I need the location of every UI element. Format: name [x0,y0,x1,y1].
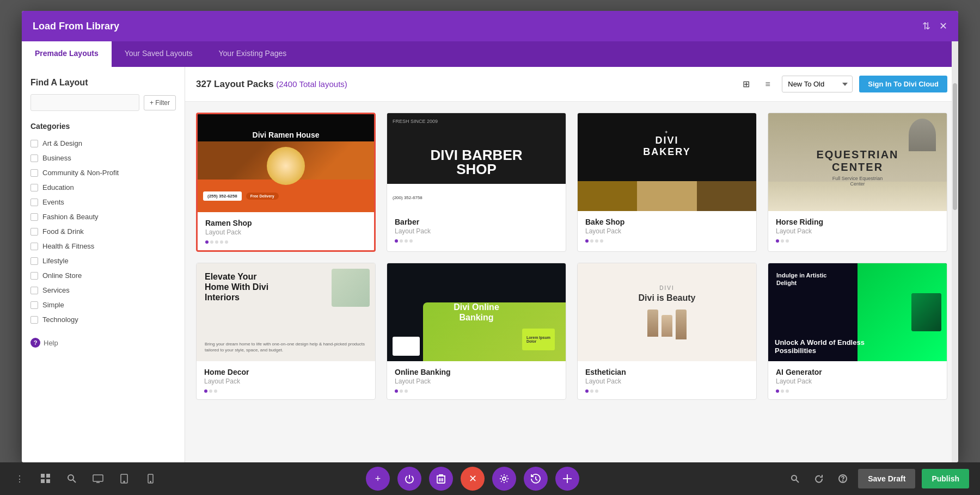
category-checkbox[interactable] [30,184,38,191]
ramen-thumbnail: Divi Ramen House (255) 352-6258 Free Del… [198,114,374,212]
layout-button[interactable] [555,467,579,491]
layout-card-ai[interactable]: Indulge in ArtisticDelight Unlock A Worl… [768,263,947,400]
category-checkbox[interactable] [30,257,38,265]
content-toolbar: 327 Layout Packs (2400 Total layouts) ⊞ … [185,67,958,102]
category-item-community[interactable]: Community & Non-Profit [30,165,176,180]
svg-point-25 [843,481,843,481]
close-icon[interactable]: ✕ [939,20,947,32]
modal-header: Load From Library ⇅ ✕ [22,11,958,41]
category-checkbox[interactable] [30,316,38,324]
sidebar: Find A Layout + Filter Categories Art & … [22,67,185,462]
categories-list: Art & Design Business Community & Non-Pr… [30,136,176,327]
modal-scrollbar[interactable] [952,67,958,462]
category-checkbox[interactable] [30,140,38,147]
category-item-food[interactable]: Food & Drink [30,224,176,239]
svg-rect-2 [41,479,45,483]
category-item-lifestyle[interactable]: Lifestyle [30,253,176,268]
category-checkbox[interactable] [30,199,38,206]
category-checkbox[interactable] [30,287,38,294]
category-checkbox[interactable] [30,243,38,250]
category-label: Simple [42,301,64,309]
category-checkbox[interactable] [30,228,38,236]
desktop-icon[interactable] [89,470,107,487]
banking-thumbnail: Divi OnlineBanking Lorem IpsumDolor [387,263,566,361]
layout-card-barber[interactable]: FRESH SINCE 2009 DIVI BARBERSHOP (200) 3… [387,113,566,252]
category-item-simple[interactable]: Simple [30,298,176,312]
card-name: Esthetician [585,368,749,376]
barber-thumbnail: FRESH SINCE 2009 DIVI BARBERSHOP (200) 3… [387,113,566,211]
layout-card-banking[interactable]: Divi OnlineBanking Lorem IpsumDolor Onli… [387,263,566,400]
settings-button[interactable] [492,467,516,491]
publish-button[interactable]: Publish [922,469,969,488]
category-item-technology[interactable]: Technology [30,312,176,327]
search-right-icon[interactable] [786,470,804,487]
category-checkbox[interactable] [30,301,38,309]
card-dots [204,389,367,393]
bakery-thumbnail: ✦ DIVIBAKERY [578,113,756,211]
category-item-services[interactable]: Services [30,283,176,298]
category-item-events[interactable]: Events [30,195,176,209]
close-button[interactable]: ✕ [461,467,485,491]
tab-saved[interactable]: Your Saved Layouts [112,41,206,67]
category-item-business[interactable]: Business [30,151,176,165]
bottom-center-actions: + ✕ [366,467,579,491]
dots-menu-icon[interactable]: ⋮ [11,470,28,487]
svg-point-22 [792,475,797,480]
save-draft-button[interactable]: Save Draft [858,469,915,488]
category-checkbox[interactable] [30,169,38,177]
card-info: Barber Layout Pack [387,211,566,249]
list-view-icon[interactable]: ≡ [760,77,775,92]
grid-icon[interactable] [37,470,54,487]
beauty-title: Divi is Beauty [639,293,696,303]
category-checkbox[interactable] [30,272,38,280]
help-label: Help [44,339,58,347]
tab-existing[interactable]: Your Existing Pages [206,41,300,67]
search-tool-icon[interactable] [63,470,81,487]
help-right-icon[interactable] [834,470,852,487]
grid-view-icon[interactable]: ⊞ [738,77,754,92]
power-button[interactable] [397,467,421,491]
refresh-right-icon[interactable] [810,470,828,487]
sort-select[interactable]: New To Old Old To New A to Z Z to A [782,76,853,92]
category-item-art[interactable]: Art & Design [30,136,176,151]
svg-rect-3 [46,479,50,483]
card-name: Ramen Shop [205,219,366,227]
category-checkbox[interactable] [30,154,38,162]
layout-card-horse[interactable]: EQUESTRIANCENTER Full Service Equestrian… [768,113,947,252]
history-button[interactable] [524,467,548,491]
help-row[interactable]: ? Help [30,338,176,348]
category-label: Community & Non-Profit [42,169,119,177]
home-desc: Bring your dream home to life with one-o… [205,341,367,353]
trash-button[interactable] [429,467,453,491]
banking-block [393,337,420,356]
card-info: AI Generator Layout Pack [768,361,947,399]
category-item-education[interactable]: Education [30,180,176,195]
layout-card-beauty[interactable]: DIVI Divi is Beauty Esthetician Layout P… [577,263,757,400]
modal-title: Load From Library [33,21,119,32]
layout-card-ramen[interactable]: Divi Ramen House (255) 352-6258 Free Del… [196,113,376,252]
svg-point-4 [68,475,74,480]
add-button[interactable]: + [366,467,390,491]
category-checkbox[interactable] [30,213,38,221]
tablet-icon[interactable] [115,470,133,487]
tab-premade[interactable]: Premade Layouts [22,41,112,67]
resize-icon[interactable]: ⇅ [922,20,930,32]
category-label: Fashion & Beauty [42,213,99,221]
card-type: Layout Pack [776,227,939,235]
layout-card-bakery[interactable]: ✦ DIVIBAKERY Bake Shop Layout [577,113,757,252]
svg-point-17 [503,477,506,480]
cloud-signin-button[interactable]: Sign In To Divi Cloud [859,76,947,92]
filter-button[interactable]: + Filter [144,95,176,110]
category-item-health[interactable]: Health & Fitness [30,239,176,253]
card-name: Horse Riding [776,218,939,226]
category-item-online_store[interactable]: Online Store [30,268,176,283]
mobile-icon[interactable] [142,470,159,487]
ramen-title-overlay: Divi Ramen House [253,131,320,139]
beauty-thumbnail: DIVI Divi is Beauty [578,263,756,361]
search-input[interactable] [30,94,139,111]
card-thumbnail: EQUESTRIANCENTER Full Service Equestrian… [768,113,947,211]
layout-card-home[interactable]: Elevate YourHome With DiviInteriors Brin… [196,263,376,400]
category-label: Business [42,154,71,162]
card-info: Ramen Shop Layout Pack [198,212,374,250]
category-item-fashion[interactable]: Fashion & Beauty [30,209,176,224]
